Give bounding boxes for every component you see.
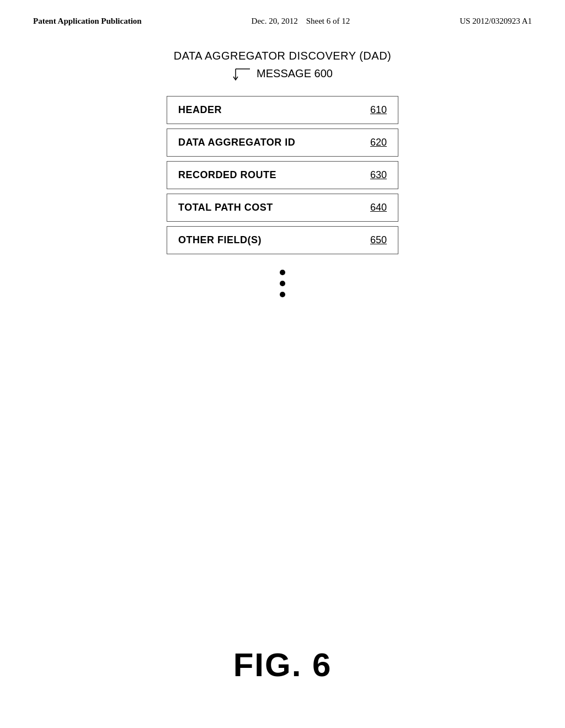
date-sheet-label: Dec. 20, 2012 Sheet 6 of 12 bbox=[252, 17, 350, 26]
dot-1 bbox=[280, 270, 285, 275]
page-header: Patent Application Publication Dec. 20, … bbox=[0, 0, 565, 26]
other-fields-box: OTHER FIELD(S) 650 bbox=[167, 226, 398, 254]
data-aggregator-id-label: DATA AGGREGATOR ID bbox=[178, 137, 295, 148]
other-fields-number: 650 bbox=[370, 234, 387, 246]
header-box-label: HEADER bbox=[178, 104, 222, 116]
header-box: HEADER 610 bbox=[167, 96, 398, 124]
total-path-cost-number: 640 bbox=[370, 202, 387, 213]
data-aggregator-id-box: DATA AGGREGATOR ID 620 bbox=[167, 129, 398, 157]
corner-arrow-icon bbox=[232, 65, 253, 82]
recorded-route-number: 630 bbox=[370, 169, 387, 181]
date-label: Dec. 20, 2012 bbox=[252, 17, 298, 25]
diagram-title-group: DATA AGGREGATOR DISCOVERY (DAD) MESSAGE … bbox=[174, 48, 391, 88]
figure-label: FIG. 6 bbox=[233, 646, 332, 684]
message-label-group: MESSAGE 600 bbox=[232, 65, 333, 82]
recorded-route-box: RECORDED ROUTE 630 bbox=[167, 161, 398, 189]
total-path-cost-label: TOTAL PATH COST bbox=[178, 202, 273, 213]
total-path-cost-box: TOTAL PATH COST 640 bbox=[167, 194, 398, 222]
diagram-box-container: HEADER 610 DATA AGGREGATOR ID 620 RECORD… bbox=[167, 96, 398, 259]
continuation-dots bbox=[280, 270, 285, 297]
other-fields-label: OTHER FIELD(S) bbox=[178, 234, 262, 246]
data-aggregator-id-number: 620 bbox=[370, 137, 387, 148]
recorded-route-label: RECORDED ROUTE bbox=[178, 169, 276, 181]
dot-3 bbox=[280, 292, 285, 297]
dot-2 bbox=[280, 281, 285, 286]
publication-label: Patent Application Publication bbox=[33, 17, 142, 26]
patent-number-label: US 2012/0320923 A1 bbox=[460, 17, 532, 26]
header-box-number: 610 bbox=[370, 104, 387, 116]
main-content: DATA AGGREGATOR DISCOVERY (DAD) MESSAGE … bbox=[0, 48, 565, 297]
diagram-title-line2: MESSAGE 600 bbox=[257, 67, 333, 80]
diagram-title-line1: DATA AGGREGATOR DISCOVERY (DAD) bbox=[174, 48, 391, 63]
sheet-label: Sheet 6 of 12 bbox=[306, 17, 350, 25]
